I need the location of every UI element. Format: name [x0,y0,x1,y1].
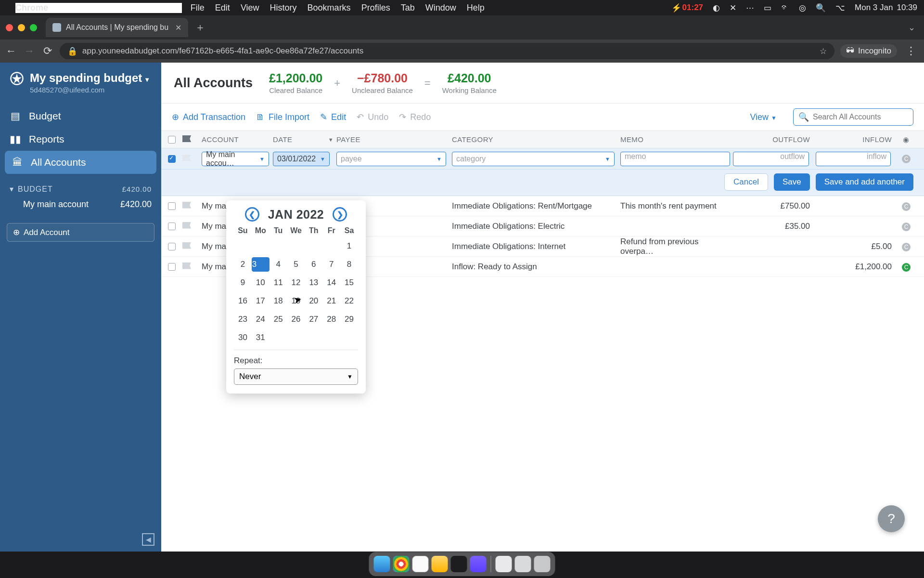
calendar-day[interactable]: 14 [322,276,340,290]
calendar-day[interactable]: 21 [322,294,340,308]
calendar-day[interactable]: 24 [252,312,270,327]
new-tab-button[interactable]: ＋ [195,20,205,35]
calendar-day[interactable]: 2 [234,257,252,272]
calendar-next-button[interactable]: ❯ [333,207,347,222]
calendar-day[interactable]: 3 [252,257,270,272]
calendar-day[interactable]: 6 [305,257,322,272]
row-checkbox[interactable] [168,223,176,230]
nav-all-accounts[interactable]: 🏛 All Accounts [5,151,156,174]
reload-button[interactable]: ⟳ [41,45,54,57]
browser-menu-button[interactable]: ⋮ [903,45,919,57]
sidebar-section-header[interactable]: ▾ BUDGET £420.00 [10,184,152,194]
outflow-input[interactable]: outflow [733,152,809,166]
dock-notes[interactable] [412,556,429,572]
save-and-add-another-button[interactable]: Save and add another [816,173,913,191]
search-input[interactable] [813,113,909,121]
calendar-day[interactable]: 16 [234,294,252,308]
search-box[interactable]: 🔍 [793,108,913,126]
calendar-day[interactable]: 1 [340,239,358,253]
dock-downloads[interactable] [515,556,531,572]
add-transaction-button[interactable]: ⊕Add Transaction [172,112,245,122]
calendar-day[interactable]: 20 [305,294,322,308]
forward-button[interactable]: → [23,45,36,57]
select-all-checkbox[interactable] [168,136,176,144]
row-checkbox[interactable] [168,155,176,163]
menu-tab[interactable]: Tab [401,3,415,13]
undo-button[interactable]: ↶Undo [357,112,388,122]
flag-icon[interactable] [182,242,191,249]
battery-icon[interactable]: ▭ [764,3,771,13]
dock-iterm[interactable] [432,556,448,572]
col-cleared[interactable]: ◉ [898,135,915,144]
flag-icon[interactable] [182,202,191,209]
account-select[interactable]: My main accou…▼ [202,152,269,166]
calendar-day[interactable]: 13 [305,276,322,290]
cleared-indicator[interactable]: C [902,223,911,231]
menu-help[interactable]: Help [467,3,485,13]
row-checkbox[interactable] [168,263,176,271]
cleared-indicator[interactable]: C [902,243,911,251]
calendar-day[interactable]: 31 [252,330,270,345]
category-select[interactable]: category▼ [452,152,615,166]
cleared-indicator[interactable]: C [902,202,911,211]
menu-file[interactable]: File [191,3,205,13]
calendar-day[interactable]: 23 [234,312,252,327]
memo-input[interactable]: memo [620,152,730,166]
save-button[interactable]: Save [774,173,810,191]
calendar-day[interactable]: 25 [270,312,287,327]
redo-button[interactable]: ↷Redo [399,112,431,122]
flag-icon[interactable] [182,155,191,161]
help-button[interactable]: ? [878,505,905,532]
edit-button[interactable]: ✎Edit [320,112,346,122]
calendar-day[interactable]: 26 [287,312,305,327]
calendar-day[interactable]: 30 [234,330,252,345]
spotlight-icon[interactable]: 🔍 [816,3,826,13]
col-payee[interactable]: PAYEE [334,135,449,144]
cancel-button[interactable]: Cancel [724,173,768,191]
row-checkbox[interactable] [168,243,176,250]
calendar-day[interactable]: 12 [287,276,305,290]
menu-profiles[interactable]: Profiles [361,3,390,13]
menu-bookmarks[interactable]: Bookmarks [308,3,351,13]
calendar-day[interactable]: 5 [287,257,305,272]
payee-select[interactable]: payee▼ [336,152,446,166]
file-import-button[interactable]: 🗎File Import [256,112,309,122]
add-account-button[interactable]: ⊕ Add Account [7,223,154,242]
menu-view[interactable]: View [241,3,259,13]
wifi-icon[interactable]: ᯤ [781,3,789,13]
back-button[interactable]: ← [5,45,17,57]
collapse-sidebar-button[interactable]: ◀ [142,533,154,546]
calendar-day[interactable]: 17 [252,294,270,308]
calendar-day[interactable]: 28 [322,312,340,327]
flag-icon[interactable] [182,222,191,229]
inflow-input[interactable]: inflow [816,152,891,166]
col-category[interactable]: CATEGORY [449,135,617,144]
cleared-toggle[interactable]: C [902,155,911,163]
focus-icon[interactable]: ◎ [799,3,806,13]
flag-icon[interactable] [182,263,191,269]
view-menu-button[interactable]: View ▼ [750,112,777,122]
dock-app[interactable] [470,556,487,572]
nav-reports[interactable]: ▮▮ Reports [0,128,161,151]
browser-tab[interactable]: All Accounts | My spending bu ✕ [46,18,188,37]
col-account[interactable]: ACCOUNT [199,135,271,144]
window-close-button[interactable] [6,24,13,31]
tab-close-icon[interactable]: ✕ [175,23,181,32]
repeat-select[interactable]: Never ▼ [234,368,358,385]
cleared-indicator[interactable]: C [902,263,911,272]
calendar-day[interactable]: 11 [270,276,287,290]
dock-finder[interactable] [374,556,390,572]
col-inflow[interactable]: INFLOW [816,135,898,144]
dock-trash[interactable] [534,556,551,572]
bookmark-star-icon[interactable]: ☆ [820,46,827,56]
calendar-prev-button[interactable]: ❮ [245,207,259,222]
dots-icon[interactable]: ⋯ [746,3,754,13]
menu-window[interactable]: Window [425,3,456,13]
budget-switcher[interactable]: My spending budget▼ 5d485270@uifeed.com [0,68,161,101]
calendar-day[interactable]: 7 [322,257,340,272]
col-date[interactable]: DATE▼ [271,135,334,144]
calendar-day[interactable]: 8 [340,257,358,272]
menu-date[interactable]: Mon 3 Jan [855,3,893,13]
x-icon[interactable]: ✕ [730,3,736,13]
dock-doc[interactable] [496,556,512,572]
